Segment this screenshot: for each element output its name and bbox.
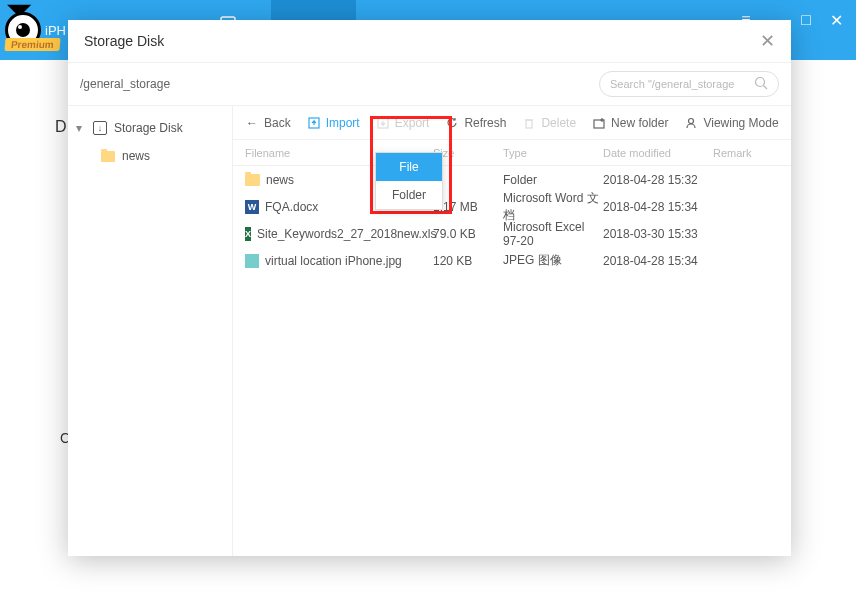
toolbar: ← Back Import Export	[233, 106, 791, 140]
svg-point-12	[689, 118, 694, 123]
svg-rect-9	[526, 120, 532, 128]
file-row[interactable]: WFQA.docx 1.17 MB Microsoft Word 文档 2018…	[233, 193, 791, 220]
delete-button[interactable]: Delete	[522, 116, 576, 130]
main-area: ← Back Import Export	[233, 106, 791, 556]
svg-point-5	[756, 78, 765, 87]
disk-icon: ↓	[92, 120, 108, 136]
back-button[interactable]: ← Back	[245, 116, 291, 130]
col-remark[interactable]: Remark	[713, 147, 791, 159]
caret-down-icon: ▾	[76, 121, 86, 135]
modal-header: Storage Disk ✕	[68, 20, 791, 62]
viewing-mode-icon	[684, 116, 698, 130]
refresh-button[interactable]: Refresh	[445, 116, 506, 130]
delete-icon	[522, 116, 536, 130]
file-list: news Folder 2018-04-28 15:32 WFQA.docx 1…	[233, 166, 791, 556]
word-icon: W	[245, 200, 259, 214]
premium-badge: Premium	[4, 38, 60, 51]
sidebar-item-storage-disk[interactable]: ▾ ↓ Storage Disk	[68, 114, 232, 142]
search-icon	[754, 76, 768, 92]
viewing-mode-button[interactable]: Viewing Mode	[684, 116, 778, 130]
image-icon	[245, 254, 259, 268]
sidebar-root-label: Storage Disk	[114, 121, 183, 135]
col-date[interactable]: Date modified	[603, 147, 713, 159]
modal-close-icon[interactable]: ✕	[760, 30, 775, 52]
sidebar-child-label: news	[122, 149, 150, 163]
path-bar: /general_storage Search "/general_storag…	[68, 62, 791, 106]
new-folder-icon	[592, 116, 606, 130]
folder-icon	[100, 148, 116, 164]
sidebar: ▾ ↓ Storage Disk news	[68, 106, 233, 556]
import-dropdown: File Folder	[375, 152, 443, 210]
dropdown-item-file[interactable]: File	[376, 153, 442, 181]
column-headers: Filename Size Type Date modified Remark	[233, 140, 791, 166]
storage-modal: Storage Disk ✕ /general_storage Search "…	[68, 20, 791, 556]
close-icon[interactable]: ✕	[828, 12, 844, 28]
maximize-icon[interactable]: □	[798, 12, 814, 28]
sidebar-item-news[interactable]: news	[68, 142, 232, 170]
search-placeholder: Search "/general_storage	[610, 78, 734, 90]
bg-letter-d: D	[55, 118, 67, 136]
col-type[interactable]: Type	[503, 147, 603, 159]
current-path: /general_storage	[80, 77, 170, 91]
import-icon	[307, 116, 321, 130]
back-arrow-icon: ←	[245, 116, 259, 130]
new-folder-button[interactable]: New folder	[592, 116, 668, 130]
search-input[interactable]: Search "/general_storage	[599, 71, 779, 97]
dropdown-item-folder[interactable]: Folder	[376, 181, 442, 209]
import-button[interactable]: Import	[307, 116, 360, 130]
svg-line-6	[764, 86, 768, 90]
file-row[interactable]: XSite_Keywords2_27_2018new.xls 79.0 KB M…	[233, 220, 791, 247]
folder-icon	[245, 174, 260, 186]
excel-icon: X	[245, 227, 251, 241]
modal-title: Storage Disk	[84, 33, 164, 49]
logo-text: iPH	[45, 23, 66, 38]
file-row[interactable]: virtual location iPhone.jpg 120 KB JPEG …	[233, 247, 791, 274]
